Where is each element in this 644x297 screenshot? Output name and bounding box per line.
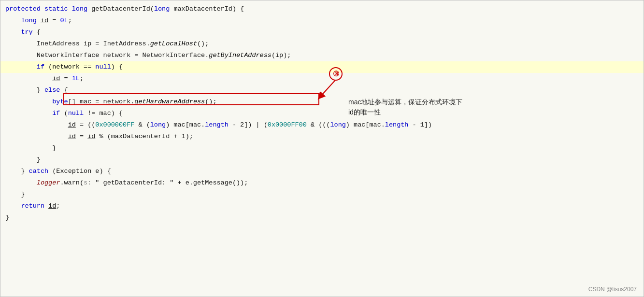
keyword: long [21, 17, 36, 24]
code-text: & ((( [307, 121, 330, 128]
line-content-17: } [0, 189, 25, 200]
keyword2: length [205, 121, 229, 128]
watermark: CSDN @lisus2007 [588, 286, 637, 293]
variable: id [87, 133, 95, 140]
keyword: long [72, 5, 87, 13]
line-content-9: byte[] mac = network.getHardwareAddress(… [0, 96, 217, 108]
code-text: ) mac[mac. [166, 121, 205, 128]
code-text: " getDatacenterId: " + e.getMessage()); [91, 179, 248, 186]
line-content-14: } [0, 154, 41, 166]
variable: id [48, 202, 56, 210]
code-line-5: NetworkInterface network = NetworkInterf… [0, 50, 644, 61]
code-text: ) mac[mac. [346, 121, 385, 128]
code-text: InetAddress ip = InetAddress. [37, 40, 150, 47]
line-content-10: if (null != mac) { [0, 108, 123, 119]
code-text: (Exception e) { [48, 168, 111, 175]
keyword: static [44, 5, 68, 13]
keyword: protected [5, 5, 41, 13]
line-content-15: } catch (Exception e) { [0, 166, 111, 177]
code-text: } [21, 191, 25, 198]
line-content-5: NetworkInterface network = NetworkInterf… [0, 50, 291, 61]
keyword: long [150, 121, 166, 128]
line-content-18: return id; [0, 200, 60, 212]
line-content-7: id = 1L; [0, 73, 84, 85]
code-text: .warn( [60, 179, 84, 186]
number-literal: 1L [72, 75, 80, 82]
code-line-11: id = ((0x000000FF & (long) mac[mac.lengt… [0, 119, 644, 131]
method-call: getLocalHost [150, 40, 197, 47]
code-text: ; [56, 202, 60, 210]
code-text: } [52, 144, 56, 152]
code-text: } [21, 168, 29, 175]
variable: id [68, 133, 76, 140]
code-line-7: id = 1L; [0, 73, 644, 85]
code-text: } [5, 214, 9, 221]
code-line-12: id = id % (maxDatacenterId + 1); [0, 131, 644, 142]
code-text: & ( [134, 121, 150, 128]
code-line-1: protected static long getDatacenterId(lo… [0, 3, 644, 15]
code-text: } [37, 86, 44, 94]
annotation-circle-3: ③ [329, 67, 343, 81]
method-call: getByInetAddress [209, 52, 272, 59]
keyword: null [68, 110, 84, 117]
code-line-17: } [0, 189, 644, 200]
code-text: [] mac = network. [68, 98, 135, 105]
keyword: if [37, 63, 44, 71]
line-content-6: if (network == null) { [0, 61, 123, 73]
code-text: (); [205, 98, 216, 105]
code-text [37, 17, 41, 24]
code-text: - 2]) | ( [229, 121, 268, 128]
code-text: getDatacenterId( [87, 5, 154, 13]
hex-literal: 0x0000FF00 [268, 121, 307, 128]
keyword: if [52, 110, 60, 117]
code-line-3: try { [0, 27, 644, 38]
line-content-4: InetAddress ip = InetAddress.getLocalHos… [0, 38, 209, 50]
keyword: long [154, 5, 170, 13]
code-text: (ip); [272, 52, 291, 59]
variable: id [68, 121, 76, 128]
code-text: - 1]) [408, 121, 432, 128]
keyword2: length [385, 121, 409, 128]
code-text [44, 202, 48, 210]
line-content-19: } [0, 212, 9, 224]
variable: id [41, 17, 48, 24]
code-text [41, 5, 44, 13]
code-line-18: return id; [0, 200, 644, 212]
line-content-3: try { [0, 27, 41, 38]
code-line-13: } [0, 142, 644, 154]
keyword: try [21, 28, 32, 36]
code-line-10: if (null != mac) { [0, 108, 644, 119]
keyword: return [21, 202, 44, 210]
line-content-8: } else { [0, 85, 68, 96]
code-text: = [60, 75, 72, 82]
hex-literal: 0x000000FF [95, 121, 134, 128]
line-content-1: protected static long getDatacenterId(lo… [0, 3, 244, 15]
code-text: maxDatacenterId) { [170, 5, 244, 13]
logger-var: logger [37, 179, 60, 186]
code-text [68, 5, 72, 13]
code-text: ; [68, 17, 72, 24]
code-text: = (( [76, 121, 96, 128]
code-text: NetworkInterface network = NetworkInterf… [37, 52, 209, 59]
code-text: != mac) { [84, 110, 123, 117]
code-container: protected static long getDatacenterId(lo… [0, 0, 644, 297]
code-line-14: } [0, 154, 644, 166]
line-content-16: logger.warn(s: " getDatacenterId: " + e.… [0, 177, 248, 189]
keyword: null [95, 63, 111, 71]
keyword: catch [29, 168, 49, 175]
code-line-9: byte[] mac = network.getHardwareAddress(… [0, 96, 644, 108]
code-line-19: } [0, 212, 644, 224]
code-text: ; [80, 75, 84, 82]
code-text: { [33, 28, 41, 36]
code-text: { [60, 86, 68, 94]
keyword: long [330, 121, 345, 128]
line-content-12: id = id % (maxDatacenterId + 1); [0, 131, 193, 142]
code-text: (network == [44, 63, 95, 71]
variable: id [52, 75, 60, 82]
code-text: = [76, 133, 87, 140]
number-literal: 0L [60, 17, 68, 24]
code-lines: protected static long getDatacenterId(lo… [0, 3, 644, 224]
code-text: (); [197, 40, 209, 47]
annotation-text: mac地址参与运算，保证分布式环境下 id的唯一性 [348, 97, 462, 117]
code-line-15: } catch (Exception e) { [0, 166, 644, 177]
